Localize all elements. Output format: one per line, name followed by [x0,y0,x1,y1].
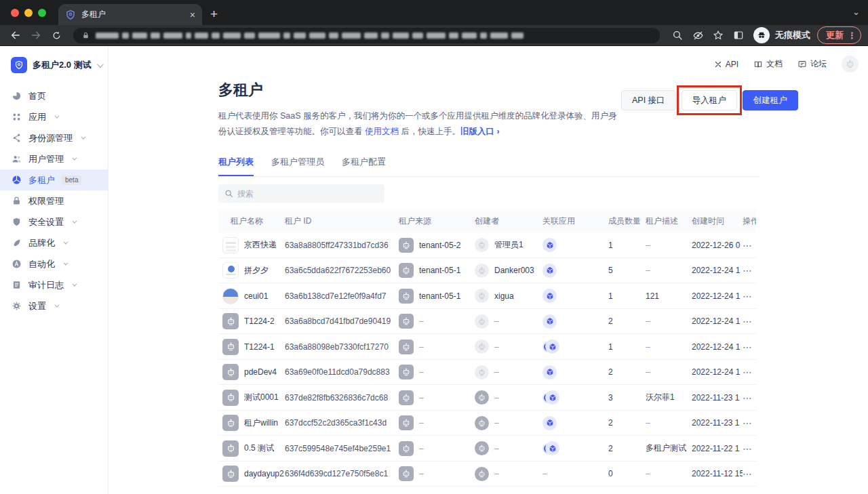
sidebar-item-auto[interactable]: 自动化 [0,253,108,274]
member-count: 5 [608,266,646,275]
row-actions-button[interactable]: ⋯ [743,316,756,327]
new-tab-button[interactable]: + [210,7,218,22]
browser-tab[interactable]: 多租户 × [58,4,202,25]
incognito-profile[interactable]: 无痕模式 [753,27,810,43]
minimize-window-button[interactable] [24,9,33,17]
tenant-source-icon [399,289,414,304]
tenant-id: 636f4d639cd127e750f5e8c1 [285,469,399,478]
main-area: API 文档 论坛 多租户 租户代表使用你 SaaS 服务的客户，我们将为你的一… [108,46,868,494]
update-label: 更新 [826,29,844,41]
forward-button[interactable] [27,26,45,44]
table-row[interactable]: 测试0001 637de82f8fb6326836c7dc68 – – – 3 … [218,385,756,411]
table-row[interactable]: daydayup2 636f4d639cd127e750f5e8c1 – – –… [218,461,756,487]
creator-name: xigua [494,291,514,301]
page-tab[interactable]: 多租户配置 [342,156,386,176]
row-actions-button[interactable]: ⋯ [743,240,756,251]
log-icon [12,280,22,290]
import-tenant-button[interactable]: 导入租户 [682,90,737,110]
row-actions-button[interactable]: ⋯ [743,392,756,403]
search-input[interactable] [237,189,378,199]
row-actions-button[interactable]: ⋯ [743,417,756,428]
sidebar-nav: 首页 应用 身份源管理 用户管理 多租户 beta 权限管理 安全设置 [0,85,108,316]
tenant-id: 637c599548e745ef4be259e1 [285,444,399,453]
password-eye-off-icon[interactable] [688,26,707,45]
table-row[interactable]: T1224-1 63a6a88098eb7330fcf17270 – – – 1… [218,334,756,360]
api-link[interactable]: API [714,60,738,69]
page-tab[interactable]: 多租户管理员 [271,156,324,176]
sidebar-item-log[interactable]: 审计日志 [0,274,108,295]
sidebar-item-users[interactable]: 用户管理 [0,148,108,169]
sidebar-item-shield2[interactable]: 安全设置 [0,211,108,232]
row-actions-button[interactable]: ⋯ [743,291,756,302]
browser-chrome: 多租户 × + ⌄ 无痕模式 更新 ⋮ [0,0,868,46]
tenant-name: 京西快递 [244,239,277,251]
sidebar-item-label: 身份源管理 [28,132,73,144]
creator-avatar [475,441,489,455]
search-box[interactable] [218,184,384,203]
page-tab[interactable]: 租户列表 [218,156,254,176]
usage-doc-link[interactable]: 使用文档 [365,127,399,136]
member-count: 2 [608,418,646,428]
table-row[interactable]: 0.5 测试 637c599548e745ef4be259e1 – – – 2 … [218,436,756,461]
tab-search-chevron-icon[interactable]: ⌄ [852,7,860,17]
row-actions-button[interactable]: ⋯ [743,443,756,454]
tenant-id: 63a8a8805ff247331bd7cd36 [285,241,399,250]
sidebar-item-grid[interactable]: 应用 [0,106,108,127]
search-icon [224,189,233,198]
tenant-description: – [646,316,692,326]
sidebar-item-gear[interactable]: 设置 [0,295,108,316]
creator-avatar [475,289,489,303]
bookmark-star-icon[interactable] [709,26,728,45]
table-row[interactable]: 租户willin 637dccf52c2d365ca3f1c43d – – – … [218,411,756,436]
window-controls[interactable] [11,9,46,17]
tenant-description: – [646,342,692,352]
user-avatar[interactable] [842,56,859,73]
create-tenant-button[interactable]: 创建租户 [743,90,798,110]
row-actions-button[interactable]: ⋯ [743,468,756,479]
table-row[interactable]: 拼夕夕 63a6c5dda622f7672253eb60 tenant-05-1… [218,258,756,284]
forum-link[interactable]: 论坛 [797,58,827,70]
tab-favicon-shield-icon [65,9,76,20]
back-button[interactable] [7,26,24,44]
close-window-button[interactable] [11,9,19,17]
beta-badge: beta [62,176,81,185]
legacy-entry-link[interactable]: 旧版入口 › [460,127,500,136]
sidebar-item-share[interactable]: 身份源管理 [0,127,108,148]
tenant-id: 63a6b138cd7e12fe0f9a4fd7 [285,291,399,301]
docs-link[interactable]: 文档 [753,58,783,70]
sidebar-item-chevron-icon [54,303,59,308]
table-row[interactable]: pdeDev4 63a69e0f0e11dcd0a79dc883 – – – 2… [218,360,756,386]
incognito-label: 无痕模式 [775,29,810,41]
workspace-switcher[interactable]: 多租户2.0 测试 [11,56,108,75]
sidebar-item-lock[interactable]: 权限管理 [0,190,108,211]
sidebar-item-tenant[interactable]: 多租户 beta [0,169,108,190]
tab-close-icon[interactable]: × [190,9,195,20]
users-icon [12,154,22,164]
table-row[interactable]: ceui01 63a6b138cd7e12fe0f9a4fd7 tenant-0… [218,283,756,309]
created-time: 2022-11-22 1 [692,444,743,453]
reload-button[interactable] [47,26,65,44]
table-row[interactable]: T1224-2 63a6a8bcd7d41fbd7de90419 – – – 2… [218,309,756,335]
tenant-name: T1224-1 [244,342,275,352]
api-endpoint-button[interactable]: API 接口 [621,90,676,110]
tenant-source-icon [399,339,414,354]
sidebar-item-pie[interactable]: 首页 [0,85,108,106]
sidebar-item-brush[interactable]: 品牌化 [0,232,108,253]
maximize-window-button[interactable] [38,9,46,17]
address-bar[interactable] [73,28,660,43]
share-icon [12,133,22,143]
row-actions-button[interactable]: ⋯ [743,367,756,377]
browser-update-button[interactable]: 更新 ⋮ [817,26,861,44]
page-header: 多租户 租户代表使用你 SaaS 服务的客户，我们将为你的一个或多个应用提供租户… [218,80,760,140]
table-row[interactable]: 京西快递 63a8a8805ff247331bd7cd36 tenant-05-… [218,232,756,258]
zoom-search-icon[interactable] [668,26,687,45]
row-actions-button[interactable]: ⋯ [743,342,756,352]
linked-apps: – [542,264,608,278]
brush-icon [12,238,22,248]
tenant-icon [12,175,22,185]
creator-avatar [475,339,489,354]
row-actions-button[interactable]: ⋯ [743,265,756,276]
side-panel-icon[interactable] [729,26,748,45]
browser-menu-dots-icon[interactable]: ⋮ [848,30,856,41]
app-window: 多租户2.0 测试 首页 应用 身份源管理 用户管理 多租户 beta 权限管理 [0,46,868,494]
